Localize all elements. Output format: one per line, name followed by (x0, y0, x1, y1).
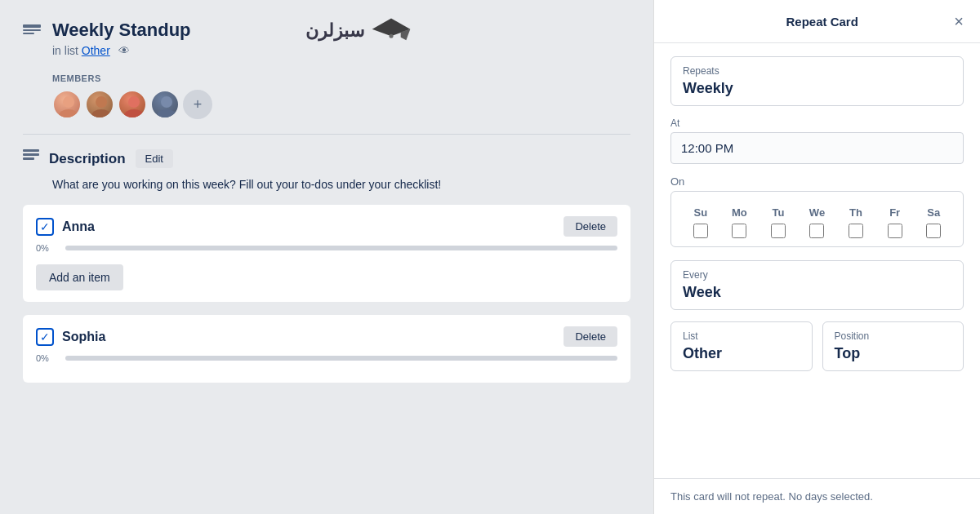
card-title: Weekly Standup (52, 20, 191, 41)
description-section: Description Edit (23, 149, 630, 168)
left-panel: سبزلرن Weekly Standup in list Other 👁 ME… (0, 0, 653, 514)
delete-checklist-sophia-button[interactable]: Delete (564, 326, 617, 347)
card-subtitle: in list Other 👁 (52, 44, 191, 57)
checklist-name-anna: Anna (62, 219, 555, 234)
avatar-3[interactable] (118, 90, 147, 119)
add-item-anna-button[interactable]: Add an item (36, 264, 123, 290)
watch-icon[interactable]: 👁 (118, 44, 130, 57)
position-field: Position Top (822, 321, 964, 371)
repeats-value[interactable]: Weekly (683, 80, 951, 97)
position-value[interactable]: Top (835, 345, 952, 362)
progress-row-sophia: 0% (36, 353, 617, 363)
day-checkbox-tu[interactable] (771, 224, 786, 238)
list-field: List Other (670, 321, 813, 371)
svg-point-6 (63, 96, 74, 108)
progress-pct-sophia: 0% (36, 353, 59, 363)
avatar-4[interactable] (150, 90, 180, 119)
checklist-anna: ✓ Anna Delete 0% Add an item (23, 205, 630, 302)
day-col-tu: Tu (760, 206, 796, 238)
list-label: List (683, 330, 800, 342)
svg-point-12 (161, 96, 172, 108)
day-checkbox-we[interactable] (809, 224, 824, 238)
position-label: Position (835, 330, 952, 342)
progress-bar-bg-anna (65, 246, 617, 250)
panel-title: Repeat Card (690, 15, 954, 29)
checklist-check-icon-sophia: ✓ (36, 328, 54, 346)
panel-body: Repeats Weekly At On Su Mo (654, 43, 980, 478)
progress-bar-bg-sophia (65, 356, 617, 361)
progress-row-anna: 0% (36, 243, 617, 253)
svg-rect-5 (23, 33, 34, 34)
description-title: Description (49, 151, 126, 167)
every-label: Every (683, 269, 951, 281)
avatars-row: + (52, 90, 630, 119)
days-field-box: Su Mo Tu We (670, 191, 964, 247)
delete-checklist-anna-button[interactable]: Delete (564, 216, 617, 237)
every-value[interactable]: Week (683, 284, 951, 301)
svg-point-9 (91, 109, 111, 119)
svg-rect-3 (23, 24, 41, 28)
day-col-mo: Mo (722, 206, 758, 238)
members-section: MEMBERS + (52, 73, 630, 119)
list-value[interactable]: Other (683, 345, 800, 362)
at-time-input[interactable] (670, 132, 964, 164)
avatar-1[interactable] (52, 90, 82, 119)
svg-point-7 (59, 109, 78, 119)
svg-point-11 (124, 109, 144, 119)
day-label-we: We (809, 206, 825, 219)
svg-rect-14 (23, 149, 39, 152)
checklist-name-sophia: Sophia (62, 330, 555, 344)
description-icon (23, 149, 39, 168)
close-panel-button[interactable]: × (954, 13, 964, 29)
list-link[interactable]: Other (82, 44, 110, 57)
svg-point-13 (157, 109, 176, 119)
day-checkbox-mo[interactable] (732, 224, 746, 238)
days-grid: Su Mo Tu We (683, 206, 951, 238)
repeats-label: Repeats (683, 65, 951, 77)
day-checkbox-su[interactable] (693, 224, 708, 238)
day-label-tu: Tu (772, 206, 784, 219)
on-section: On Su Mo Tu We (670, 175, 964, 247)
svg-rect-15 (23, 153, 39, 156)
progress-pct-anna: 0% (36, 243, 59, 253)
at-field: At (670, 117, 964, 164)
members-label: MEMBERS (52, 73, 630, 83)
at-label: At (670, 117, 964, 129)
day-label-mo: Mo (732, 206, 747, 219)
day-label-th: Th (849, 206, 862, 219)
svg-point-10 (128, 96, 140, 108)
day-col-sa: Sa (915, 206, 951, 238)
day-label-fr: Fr (889, 206, 900, 219)
day-label-su: Su (693, 206, 707, 219)
divider-1 (23, 134, 630, 135)
svg-rect-4 (23, 29, 41, 31)
right-panel: Repeat Card × Repeats Weekly At On Su (653, 0, 980, 514)
on-label: On (670, 175, 964, 188)
edit-description-button[interactable]: Edit (136, 149, 173, 168)
day-checkbox-th[interactable] (849, 224, 863, 238)
checklist-check-icon-anna: ✓ (36, 218, 54, 236)
card-type-icon (23, 23, 41, 42)
repeats-field: Repeats Weekly (670, 56, 964, 106)
checklist-sophia: ✓ Sophia Delete 0% (23, 315, 630, 383)
add-member-button[interactable]: + (183, 90, 212, 119)
day-checkbox-sa[interactable] (926, 224, 941, 238)
card-header: Weekly Standup in list Other 👁 (23, 20, 630, 57)
svg-point-8 (96, 96, 107, 108)
avatar-2[interactable] (85, 90, 114, 119)
panel-footer: This card will not repeat. No days selec… (654, 478, 980, 514)
svg-rect-16 (23, 157, 34, 160)
list-position-row: List Other Position Top (670, 321, 964, 371)
day-col-fr: Fr (877, 206, 913, 238)
every-field: Every Week (670, 260, 964, 310)
day-col-we: We (800, 206, 835, 238)
day-label-sa: Sa (927, 206, 940, 219)
footer-text: This card will not repeat. No days selec… (670, 490, 873, 503)
day-col-th: Th (838, 206, 874, 238)
day-col-su: Su (683, 206, 719, 238)
day-checkbox-fr[interactable] (888, 224, 902, 238)
description-text: What are you working on this week? Fill … (52, 176, 630, 193)
panel-header: Repeat Card × (654, 0, 980, 43)
